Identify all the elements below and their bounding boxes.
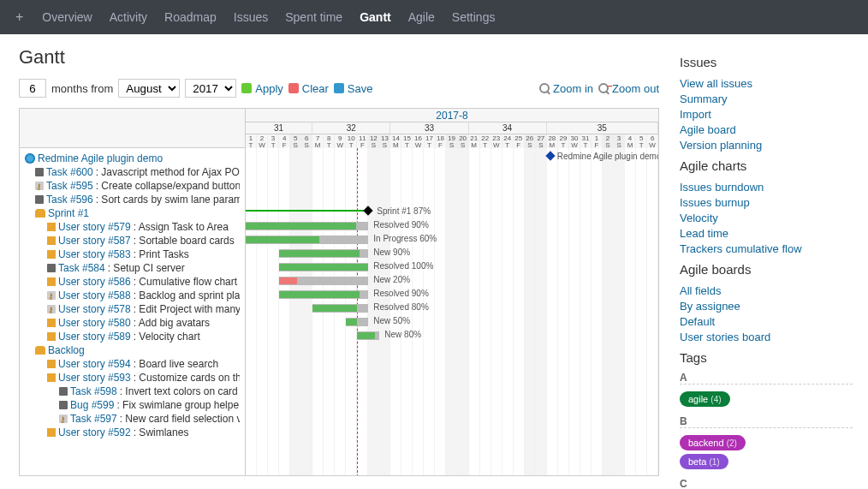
tree-link[interactable]: Backlog xyxy=(48,343,85,357)
tree-row[interactable]: Backlog xyxy=(25,343,240,357)
sidebar-charts-link[interactable]: Velocity xyxy=(680,211,853,226)
tree-row[interactable]: User story #594: Board live search xyxy=(25,357,240,371)
tree-row[interactable]: Bug #599: Fix swimlane group helper xyxy=(25,398,240,412)
tree-link[interactable]: Task #596 xyxy=(46,193,93,206)
month-select[interactable]: August xyxy=(118,79,180,98)
bar-label: Resolved 90% xyxy=(373,220,428,230)
nav-overview[interactable]: Overview xyxy=(33,0,100,34)
tag-agile[interactable]: agile (4) xyxy=(680,391,730,407)
tag-letter: C xyxy=(680,478,853,489)
tree-row[interactable]: Task #597: New card field selection view xyxy=(25,412,240,426)
sidebar-boards-link[interactable]: Default xyxy=(680,314,853,330)
sidebar-charts-link[interactable]: Issues burnup xyxy=(680,195,853,211)
nav-roadmap[interactable]: Roadmap xyxy=(156,0,225,34)
tree-row[interactable]: User story #580: Add big avatars xyxy=(25,316,240,330)
save-button[interactable]: Save xyxy=(334,82,373,95)
tree-row[interactable]: Task #584: Setup CI server xyxy=(25,261,240,275)
tag-backend[interactable]: backend (2) xyxy=(680,435,746,450)
tree-link[interactable]: Task #600 xyxy=(46,165,93,179)
gantt-bar[interactable] xyxy=(246,236,368,244)
package-icon xyxy=(35,209,45,218)
gantt-bar[interactable] xyxy=(346,318,368,326)
tree-row[interactable]: Redmine Agile plugin demo xyxy=(25,152,240,165)
day-header: 10T xyxy=(346,134,357,148)
tree-row[interactable]: User story #579: Assign Task to Area xyxy=(25,220,240,234)
tree-link[interactable]: Sprint #1 xyxy=(48,206,89,220)
apply-button[interactable]: Apply xyxy=(241,82,283,95)
months-input[interactable] xyxy=(19,79,46,98)
nav-gantt[interactable]: Gantt xyxy=(351,0,400,34)
clear-button[interactable]: Clear xyxy=(288,82,329,95)
tree-link[interactable]: Bug #599 xyxy=(70,398,114,412)
year-select[interactable]: 2017 xyxy=(185,79,236,98)
tree-row[interactable]: User story #586: Cumulative flow chart xyxy=(25,275,240,289)
gantt-bar[interactable] xyxy=(279,263,368,271)
tree-link[interactable]: User story #583 xyxy=(58,247,131,261)
month-header[interactable]: 2017-8 xyxy=(436,110,467,122)
plus-icon[interactable]: + xyxy=(9,9,30,25)
tree-row[interactable]: Sprint #1 xyxy=(25,206,240,220)
tree-link[interactable]: User story #587 xyxy=(58,234,131,247)
tree-link[interactable]: User story #579 xyxy=(58,220,131,234)
nav-agile[interactable]: Agile xyxy=(400,0,443,34)
sidebar-boards-link[interactable]: All fields xyxy=(680,283,853,299)
tree-row[interactable]: User story #588: Backlog and sprint plan… xyxy=(25,289,240,302)
tree-link[interactable]: Redmine Agile plugin demo xyxy=(38,152,163,165)
tree-link[interactable]: User story #588 xyxy=(58,289,131,302)
tree-row[interactable]: User story #589: Velocity chart xyxy=(25,330,240,343)
day-header: 20S xyxy=(458,134,469,148)
tree-row[interactable]: User story #587: Sortable board cards xyxy=(25,234,240,247)
sidebar-boards-link[interactable]: User stories board xyxy=(680,330,853,345)
tree-link[interactable]: Task #597 xyxy=(70,412,117,426)
sidebar-issues-link[interactable]: Summary xyxy=(680,92,853,107)
nav-activity[interactable]: Activity xyxy=(101,0,156,34)
tree-link[interactable]: User story #589 xyxy=(58,330,131,343)
gantt-bar[interactable] xyxy=(312,304,368,313)
tree-row[interactable]: Task #598: Invert text colors on card se… xyxy=(25,385,240,398)
tree-row[interactable]: Task #600: Javascript method for Ajax PO… xyxy=(25,165,240,179)
tree-link[interactable]: User story #586 xyxy=(58,275,131,289)
task-icon xyxy=(47,291,56,300)
sidebar-issues-link[interactable]: Version planning xyxy=(680,138,853,153)
tree-link[interactable]: User story #580 xyxy=(58,316,131,330)
tree-row[interactable]: Task #595: Create collapse/expand button… xyxy=(25,179,240,193)
sidebar-issues-link[interactable]: Import xyxy=(680,107,853,122)
gantt-bar[interactable] xyxy=(279,290,368,299)
tag-beta[interactable]: beta (1) xyxy=(680,454,728,469)
nav-issues[interactable]: Issues xyxy=(225,0,276,34)
tree-row[interactable]: User story #583: Print Tasks xyxy=(25,247,240,261)
nav-spent-time[interactable]: Spent time xyxy=(276,0,351,34)
gantt-bar[interactable] xyxy=(279,277,368,285)
gantt-bar[interactable] xyxy=(279,249,368,258)
week-header: 35 xyxy=(547,122,658,134)
tree-row[interactable]: Task #596: Sort cards by swim lane param xyxy=(25,193,240,206)
week-header: 31 xyxy=(246,122,312,134)
zoom-out-button[interactable]: Zoom out xyxy=(598,82,659,95)
nav-settings[interactable]: Settings xyxy=(443,0,504,34)
story-icon xyxy=(47,236,56,245)
zoom-in-button[interactable]: Zoom in xyxy=(539,82,593,95)
sidebar-issues-link[interactable]: View all issues xyxy=(680,76,853,92)
sidebar-charts-link[interactable]: Trackers cumulative flow xyxy=(680,242,853,257)
tree-row[interactable]: User story #578: Edit Project with many … xyxy=(25,302,240,316)
tree-link[interactable]: User story #592 xyxy=(58,426,131,439)
sidebar-charts-link[interactable]: Issues burndown xyxy=(680,180,853,195)
day-header: 5S xyxy=(290,134,301,148)
magnifier-plus-icon xyxy=(539,83,550,93)
tree-link[interactable]: User story #578 xyxy=(58,302,131,316)
tree-link[interactable]: Task #598 xyxy=(70,385,117,398)
sidebar-boards-link[interactable]: By assignee xyxy=(680,299,853,314)
sidebar-issues-link[interactable]: Agile board xyxy=(680,122,853,138)
tree-link[interactable]: Task #584 xyxy=(58,261,105,275)
tree-row[interactable]: User story #592: Swimlanes xyxy=(25,426,240,439)
bar-label: New 90% xyxy=(373,247,410,257)
tree-row[interactable]: User story #593: Customize cards on the … xyxy=(25,371,240,385)
gantt-bar[interactable] xyxy=(357,331,379,340)
sidebar-tags-heading: Tags xyxy=(680,350,853,365)
gantt-bar[interactable] xyxy=(246,222,368,230)
tree-link[interactable]: Task #595 xyxy=(46,179,93,193)
tree-link[interactable]: User story #593 xyxy=(58,371,131,385)
tree-link[interactable]: User story #594 xyxy=(58,357,131,371)
sidebar-charts-link[interactable]: Lead time xyxy=(680,226,853,242)
story-icon xyxy=(47,223,56,231)
